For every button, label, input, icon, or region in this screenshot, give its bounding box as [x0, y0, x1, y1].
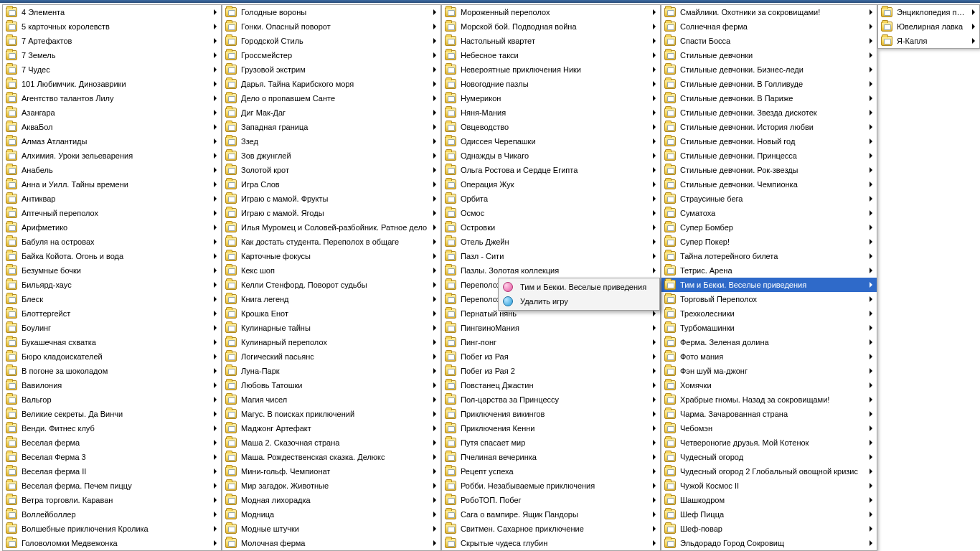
menu-item[interactable]: Золотой крот — [222, 163, 440, 177]
menu-item[interactable]: Турбомашинки — [661, 321, 877, 335]
menu-item[interactable]: Маджонг Артефакт — [222, 421, 440, 435]
menu-item[interactable]: Стильные девчонки — [661, 48, 877, 62]
menu-item[interactable]: Ольга Ростова и Сердце Египта — [442, 163, 660, 177]
menu-item[interactable]: Бильярд-хаус — [3, 278, 221, 292]
menu-item[interactable]: Пазл - Сити — [442, 249, 660, 263]
menu-item[interactable]: Букашечная схватка — [3, 335, 221, 349]
menu-item[interactable]: Стильные девчонки. Бизнес-леди — [661, 62, 877, 77]
menu-item[interactable]: Голодные вороны — [222, 5, 440, 19]
menu-item[interactable]: Играю с мамой. Фрукты — [222, 192, 440, 206]
menu-item[interactable]: Аптечный переполох — [3, 206, 221, 220]
menu-item[interactable]: Стильные девчонки. В Париже — [661, 91, 877, 105]
menu-item[interactable]: Настольный квартет — [442, 34, 660, 48]
menu-item[interactable]: Алмаз Атлантиды — [3, 134, 221, 149]
menu-item[interactable]: Диг Мак-Даг — [222, 105, 440, 120]
menu-item[interactable]: Пол-царства за Принцессу — [442, 392, 660, 407]
menu-item[interactable]: Воллейболлер — [3, 507, 221, 522]
menu-item[interactable]: Суматоха — [661, 206, 877, 220]
menu-item[interactable]: Луна-Парк — [222, 364, 440, 378]
menu-item[interactable]: Книга легенд — [222, 292, 440, 306]
menu-item[interactable]: Любовь Татошки — [222, 378, 440, 392]
menu-item[interactable]: Мини-гольф. Чемпионат — [222, 464, 440, 479]
menu-item[interactable]: Свитмен. Сахарное приключение — [442, 522, 660, 536]
menu-item[interactable]: Фэн шуй ма-джонг — [661, 364, 877, 378]
menu-item[interactable]: Операция Жук — [442, 177, 660, 192]
menu-item[interactable]: Веселая Ферма 3 — [3, 450, 221, 464]
menu-item[interactable]: Чудесный огород — [661, 450, 877, 464]
menu-item[interactable]: Солнечная ферма — [661, 19, 877, 34]
menu-item[interactable]: Смайлики. Охотники за сокровищами! — [661, 5, 877, 19]
menu-item[interactable]: Играю с мамой. Ягоды — [222, 206, 440, 220]
menu-item[interactable]: Магия чисел — [222, 392, 440, 407]
menu-item[interactable]: Фото мания — [661, 349, 877, 364]
menu-item[interactable]: Рецепт успеха — [442, 464, 660, 479]
menu-item[interactable]: Овцеводство — [442, 120, 660, 134]
menu-item[interactable]: Островки — [442, 220, 660, 235]
menu-item[interactable]: Робби. Незабываемые приключения — [442, 479, 660, 493]
menu-item[interactable]: Тайна лотерейного билета — [661, 249, 877, 263]
menu-item[interactable]: Стильные девчонки. История любви — [661, 120, 877, 134]
menu-item[interactable]: Модная лихорадка — [222, 493, 440, 507]
menu-item[interactable]: Боулинг — [3, 321, 221, 335]
menu-item[interactable]: Как достать студента. Переполох в общаге — [222, 235, 440, 249]
menu-item[interactable]: Безумные бочки — [3, 263, 221, 278]
menu-item[interactable]: Анна и Уилл. Тайны времени — [3, 177, 221, 192]
menu-item[interactable]: Орбита — [442, 192, 660, 206]
menu-item[interactable]: Чебомэн — [661, 421, 877, 435]
menu-item[interactable]: Приключения викингов — [442, 407, 660, 421]
menu-item[interactable]: Пчелиная вечеринка — [442, 450, 660, 464]
menu-item[interactable]: Ззед — [222, 134, 440, 149]
menu-item[interactable]: Алхимия. Уроки зельеварения — [3, 149, 221, 163]
menu-item[interactable]: Блоттергейст — [3, 306, 221, 321]
menu-item[interactable]: Великие секреты. Да Винчи — [3, 407, 221, 421]
menu-item[interactable]: Чарма. Зачарованная страна — [661, 407, 877, 421]
menu-item[interactable]: Модные штучки — [222, 522, 440, 536]
menu-item[interactable]: РобоТОП. Побег — [442, 493, 660, 507]
menu-item[interactable]: Шеф-повар — [661, 522, 877, 536]
menu-item[interactable]: Блеск — [3, 292, 221, 306]
menu-item[interactable]: Однажды в Чикаго — [442, 149, 660, 163]
menu-item[interactable]: Логический пасьянс — [222, 349, 440, 364]
menu-item[interactable]: Торговый Переполох — [661, 292, 877, 306]
menu-item[interactable]: Анабель — [3, 163, 221, 177]
menu-item[interactable]: Ювелирная лавка — [878, 19, 979, 34]
menu-item[interactable]: Невероятные приключения Ники — [442, 62, 660, 77]
menu-item[interactable]: Гроссмейстер — [222, 48, 440, 62]
menu-item[interactable]: Азангара — [3, 105, 221, 120]
menu-item[interactable]: Нумерикон — [442, 91, 660, 105]
menu-item[interactable]: Дело о пропавшем Санте — [222, 91, 440, 105]
context-item[interactable]: Удалить игру — [500, 294, 658, 309]
menu-item[interactable]: Чужой Космос II — [661, 479, 877, 493]
menu-item[interactable]: 7 Земель — [3, 48, 221, 62]
context-item[interactable]: Тим и Бекки. Веселые приведения — [500, 280, 658, 294]
menu-item[interactable]: Новогодние пазлы — [442, 77, 660, 91]
menu-item[interactable]: Маша 2. Сказочная страна — [222, 435, 440, 450]
menu-item[interactable]: Магус. В поисках приключений — [222, 407, 440, 421]
menu-item[interactable]: Крошка Енот — [222, 306, 440, 321]
menu-item[interactable]: Дарья. Тайна Карибского моря — [222, 77, 440, 91]
menu-item[interactable]: АкваБол — [3, 120, 221, 134]
menu-item[interactable]: Бюро кладоискателей — [3, 349, 221, 364]
menu-item[interactable]: Пинг-понг — [442, 335, 660, 349]
menu-item[interactable]: Агентство талантов Лилу — [3, 91, 221, 105]
menu-item[interactable]: В погоне за шоколадом — [3, 364, 221, 378]
menu-item[interactable]: Я-Капля — [878, 34, 979, 48]
menu-item[interactable]: Пазлы. Золотая коллекция — [442, 263, 660, 278]
menu-item[interactable]: Храбрые гномы. Назад за сокровищами! — [661, 392, 877, 407]
context-submenu[interactable]: Тим и Бекки. Веселые приведенияУдалить и… — [498, 278, 660, 311]
menu-item[interactable]: Одиссея Черепашки — [442, 134, 660, 149]
menu-item[interactable]: Веселая ферма — [3, 435, 221, 450]
menu-item[interactable]: Мир загадок. Животные — [222, 479, 440, 493]
menu-item[interactable]: Трехколесники — [661, 306, 877, 321]
menu-item[interactable]: Модница — [222, 507, 440, 522]
menu-item[interactable]: Маша. Рождественская сказка. Делюкс — [222, 450, 440, 464]
menu-item[interactable]: Спасти Босса — [661, 34, 877, 48]
menu-item[interactable]: Стильные девчонки. Чемпионка — [661, 177, 877, 192]
menu-item[interactable]: Тетрис. Арена — [661, 263, 877, 278]
menu-item[interactable]: Побег из Рая 2 — [442, 364, 660, 378]
menu-item[interactable]: 7 Чудес — [3, 62, 221, 77]
menu-item[interactable]: Веселая ферма II — [3, 464, 221, 479]
menu-item[interactable]: Гонки. Опасный поворот — [222, 19, 440, 34]
menu-item[interactable]: Хомячки — [661, 378, 877, 392]
menu-item[interactable]: Волшебные приключения Кролика — [3, 522, 221, 536]
